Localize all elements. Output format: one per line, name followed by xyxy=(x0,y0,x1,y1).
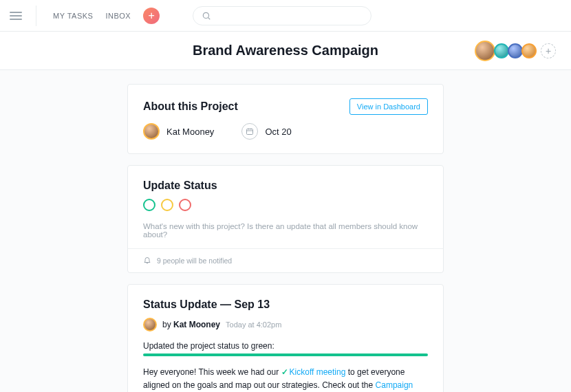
search-icon xyxy=(202,11,211,21)
byline: by Kat Mooney Today at 4:02pm xyxy=(143,318,428,331)
update-body: Hey everyone! This week we had our ✓Kick… xyxy=(143,366,428,392)
kickoff-meeting-link[interactable]: Kickoff meeting xyxy=(290,367,346,377)
status-line: Updated the project status to green: xyxy=(143,341,428,351)
topbar: MY TASKS INBOX + xyxy=(0,0,571,32)
page-title: Brand Awareness Campaign xyxy=(193,43,378,58)
author-name: Kat Mooney xyxy=(173,320,220,329)
date-value: Oct 20 xyxy=(265,127,291,137)
calendar-icon xyxy=(241,123,258,140)
menu-icon[interactable] xyxy=(10,10,22,22)
owner-name: Kat Mooney xyxy=(166,127,214,137)
add-button[interactable]: + xyxy=(143,8,160,24)
member-list: + xyxy=(476,41,556,61)
status-red[interactable] xyxy=(179,199,191,211)
svg-rect-2 xyxy=(247,129,253,135)
view-dashboard-button[interactable]: View in Dashboard xyxy=(349,98,428,115)
status-update-heading: Status Update — Sep 13 xyxy=(143,298,428,311)
avatar xyxy=(143,318,157,331)
avatar[interactable] xyxy=(494,43,509,58)
avatar xyxy=(143,123,160,140)
titlebar: Brand Awareness Campaign + xyxy=(0,32,571,70)
status-input[interactable]: What's new with this project? Is there a… xyxy=(143,222,428,239)
status-bar-green xyxy=(143,353,428,356)
status-green[interactable] xyxy=(143,199,155,211)
svg-point-0 xyxy=(203,12,208,18)
divider xyxy=(36,6,36,26)
content: About this Project View in Dashboard Kat… xyxy=(127,84,444,392)
notify-text: 9 people will be notified xyxy=(157,257,232,265)
by-prefix: by xyxy=(162,320,171,329)
search-input[interactable] xyxy=(193,6,371,25)
svg-line-1 xyxy=(208,17,210,19)
notify-row: 9 people will be notified xyxy=(128,248,443,272)
status-selector xyxy=(143,199,428,211)
project-owner[interactable]: Kat Mooney xyxy=(143,123,214,140)
update-status-card: Update Status What's new with this proje… xyxy=(127,165,444,273)
bell-icon xyxy=(143,256,151,265)
avatar[interactable] xyxy=(521,43,537,58)
avatar[interactable] xyxy=(508,43,523,58)
add-member-button[interactable]: + xyxy=(541,43,556,58)
body-text: Hey everyone! This week we had our xyxy=(143,367,281,377)
about-card: About this Project View in Dashboard Kat… xyxy=(127,84,444,154)
nav-inbox[interactable]: INBOX xyxy=(105,12,131,20)
status-update-card: Status Update — Sep 13 by Kat Mooney Tod… xyxy=(127,284,444,392)
project-date[interactable]: Oct 20 xyxy=(241,123,291,140)
status-yellow[interactable] xyxy=(161,199,173,211)
avatar[interactable] xyxy=(475,41,495,61)
check-icon: ✓ xyxy=(281,367,288,377)
about-heading: About this Project xyxy=(143,100,238,113)
timestamp: Today at 4:02pm xyxy=(226,320,281,329)
nav-my-tasks[interactable]: MY TASKS xyxy=(53,12,93,20)
update-status-heading: Update Status xyxy=(143,179,428,192)
